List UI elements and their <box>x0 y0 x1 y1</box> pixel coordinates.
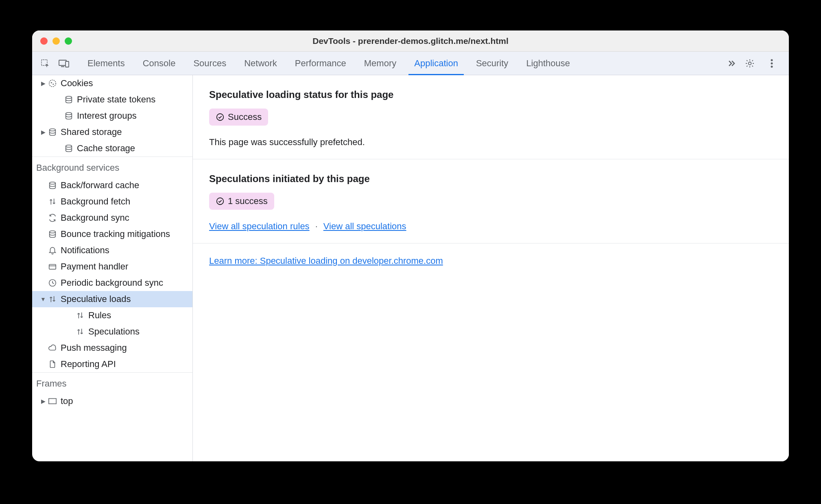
sidebar-item-rules[interactable]: Rules <box>32 307 192 324</box>
inspect-element-icon[interactable] <box>37 55 53 72</box>
sidebar-item-reporting-api[interactable]: Reporting API <box>32 356 192 372</box>
sidebar-item-label: Periodic background sync <box>61 278 163 288</box>
updown-icon <box>47 295 58 304</box>
sidebar-item-background-sync[interactable]: Background sync <box>32 210 192 226</box>
speculations-badge-label: 1 success <box>228 196 268 206</box>
expand-arrow-icon: ▶ <box>39 80 47 87</box>
sidebar-item-shared-storage[interactable]: ▶Shared storage <box>32 124 192 140</box>
updown-icon <box>74 327 86 336</box>
sidebar-item-private-state-tokens[interactable]: Private state tokens <box>32 91 192 108</box>
svg-point-15 <box>50 182 56 185</box>
sidebar-item-label: Shared storage <box>61 127 122 137</box>
svg-point-7 <box>771 65 773 67</box>
sidebar-item-push-messaging[interactable]: Push messaging <box>32 340 192 356</box>
status-section: Speculative loading status for this page… <box>193 75 789 159</box>
sidebar-item-label: Background sync <box>61 213 129 223</box>
check-circle-icon <box>216 113 225 122</box>
tab-sources[interactable]: Sources <box>184 52 235 75</box>
svg-rect-20 <box>49 399 56 404</box>
tab-security[interactable]: Security <box>467 52 517 75</box>
tab-performance[interactable]: Performance <box>286 52 355 75</box>
application-main-panel: Speculative loading status for this page… <box>193 75 789 461</box>
svg-point-10 <box>53 84 54 85</box>
titlebar: DevTools - prerender-demos.glitch.me/nex… <box>32 30 789 52</box>
sidebar-item-label: Reporting API <box>61 359 116 369</box>
tab-console[interactable]: Console <box>134 52 185 75</box>
db-icon <box>63 144 74 153</box>
settings-icon[interactable] <box>742 55 758 72</box>
svg-point-14 <box>66 145 72 148</box>
sidebar-item-label: Cookies <box>61 78 93 89</box>
status-heading: Speculative loading status for this page <box>209 89 773 100</box>
svg-point-11 <box>66 96 72 99</box>
sidebar-item-notifications[interactable]: Notifications <box>32 242 192 259</box>
speculations-badge: 1 success <box>209 193 274 210</box>
svg-rect-17 <box>49 265 56 269</box>
panel-tabs: ElementsConsoleSourcesNetworkPerformance… <box>79 52 721 75</box>
db-icon <box>63 95 74 104</box>
more-tabs-icon[interactable] <box>723 55 739 72</box>
updown-icon <box>74 311 86 320</box>
sidebar-item-interest-groups[interactable]: Interest groups <box>32 108 192 124</box>
sidebar-item-cache-storage[interactable]: Cache storage <box>32 140 192 156</box>
sidebar-item-top[interactable]: ▶top <box>32 393 192 409</box>
tab-memory[interactable]: Memory <box>355 52 405 75</box>
svg-point-22 <box>217 198 224 205</box>
sidebar-item-cookies[interactable]: ▶Cookies <box>32 75 192 91</box>
sidebar-item-label: Speculative loads <box>61 294 131 304</box>
sidebar-item-label: top <box>61 396 73 406</box>
sidebar-item-label: Private state tokens <box>77 94 155 105</box>
sidebar-item-label: Notifications <box>61 245 109 256</box>
sidebar-item-payment-handler[interactable]: Payment handler <box>32 259 192 275</box>
status-text: This page was successfully prefetched. <box>209 137 773 148</box>
tab-lighthouse[interactable]: Lighthouse <box>517 52 579 75</box>
sidebar-item-back-forward-cache[interactable]: Back/forward cache <box>32 177 192 193</box>
svg-rect-3 <box>66 61 69 67</box>
sidebar-item-label: Back/forward cache <box>61 180 139 191</box>
svg-point-8 <box>49 80 56 87</box>
close-window-button[interactable] <box>40 37 48 45</box>
minimize-window-button[interactable] <box>52 37 60 45</box>
sync-icon <box>47 213 58 222</box>
svg-point-4 <box>749 62 751 65</box>
svg-point-6 <box>771 62 773 64</box>
cloud-icon <box>47 343 58 352</box>
view-speculations-link[interactable]: View all speculations <box>323 221 406 232</box>
svg-point-13 <box>50 129 56 131</box>
tab-application[interactable]: Application <box>405 52 467 75</box>
clock-icon <box>47 278 58 287</box>
link-separator: · <box>315 221 318 232</box>
db-icon <box>47 230 58 239</box>
bell-icon <box>47 246 58 255</box>
application-sidebar: ▶CookiesPrivate state tokensInterest gro… <box>32 75 193 461</box>
db-icon <box>47 128 58 137</box>
device-toolbar-icon[interactable] <box>56 55 72 72</box>
sidebar-item-bounce-tracking-mitigations[interactable]: Bounce tracking mitigations <box>32 226 192 242</box>
window-title: DevTools - prerender-demos.glitch.me/nex… <box>312 36 509 46</box>
zoom-window-button[interactable] <box>65 37 72 45</box>
background-services-header: Background services <box>32 156 192 177</box>
check-circle-icon <box>216 197 225 206</box>
sidebar-item-label: Payment handler <box>61 261 128 272</box>
tab-network[interactable]: Network <box>235 52 286 75</box>
file-icon <box>47 360 58 369</box>
sidebar-item-label: Rules <box>88 310 111 321</box>
tab-elements[interactable]: Elements <box>79 52 134 75</box>
sidebar-item-periodic-background-sync[interactable]: Periodic background sync <box>32 275 192 291</box>
svg-point-16 <box>50 231 56 233</box>
learn-more-link[interactable]: Learn more: Speculative loading on devel… <box>209 256 443 266</box>
updown-icon <box>47 197 58 206</box>
speculations-section: Speculations initiated by this page 1 su… <box>193 159 789 243</box>
devtools-window: DevTools - prerender-demos.glitch.me/nex… <box>32 30 789 461</box>
sidebar-item-speculative-loads[interactable]: ▼Speculative loads <box>32 291 192 307</box>
sidebar-item-speculations[interactable]: Speculations <box>32 324 192 340</box>
db-icon <box>63 111 74 120</box>
learn-more-section: Learn more: Speculative loading on devel… <box>193 243 789 278</box>
sidebar-item-background-fetch[interactable]: Background fetch <box>32 193 192 210</box>
more-options-icon[interactable] <box>764 55 780 72</box>
status-badge: Success <box>209 109 268 126</box>
sidebar-item-label: Background fetch <box>61 196 130 207</box>
db-icon <box>47 181 58 190</box>
view-speculation-rules-link[interactable]: View all speculation rules <box>209 221 310 232</box>
sidebar-item-label: Interest groups <box>77 111 137 121</box>
